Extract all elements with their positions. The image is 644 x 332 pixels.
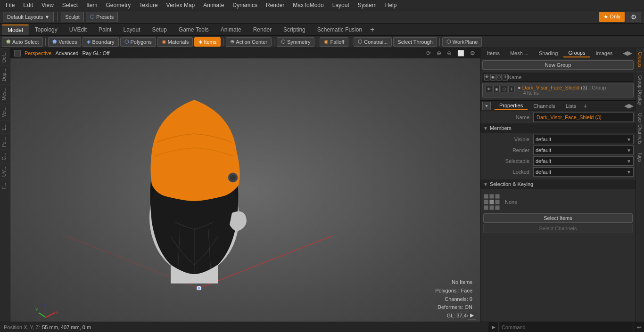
menu-texture[interactable]: Texture: [135, 1, 161, 9]
ray-gl-label[interactable]: Ray GL: Off: [82, 50, 109, 56]
group-item-row[interactable]: 👁 ◉ ⬡ ℹ ● Dark_Visor_Face_Shield (3) : G…: [482, 83, 634, 97]
menu-view[interactable]: View: [38, 1, 58, 9]
symmetry-btn[interactable]: ⬡ Symmetry: [277, 37, 315, 47]
menu-dynamics[interactable]: Dynamics: [229, 1, 261, 9]
menu-select[interactable]: Select: [58, 1, 82, 9]
viewport[interactable]: Perspective Advanced Ray GL: Off ⟳ ⊕ ⊖ ⬜…: [10, 48, 480, 332]
left-tool-uv[interactable]: UV...: [0, 163, 10, 179]
menu-geometry[interactable]: Geometry: [102, 1, 135, 9]
left-tool-create[interactable]: C...: [0, 150, 10, 163]
menu-help[interactable]: Help: [381, 1, 401, 9]
new-group-button[interactable]: New Group: [482, 60, 634, 70]
left-tool-deform[interactable]: Def...: [0, 48, 10, 65]
left-tool-falloff[interactable]: F...: [0, 179, 10, 192]
group-render-icon[interactable]: ◉: [493, 86, 500, 92]
sel-keying-section-header[interactable]: ▼ Selection & Keying: [480, 179, 636, 189]
left-tool-edge[interactable]: E...: [0, 120, 10, 133]
presets-btn[interactable]: ⬡ Presets: [86, 12, 118, 22]
items-btn[interactable]: ◈ Items: [194, 37, 221, 47]
menu-edit[interactable]: Edit: [19, 1, 37, 9]
vp-icon-zoom-in[interactable]: ⊕: [437, 50, 441, 57]
vis-lock-icon[interactable]: ⬡: [496, 74, 502, 81]
star-btn[interactable]: ★ Only: [599, 12, 625, 22]
workplane-btn[interactable]: ⬡ WorkPlane: [442, 37, 482, 47]
tab-model[interactable]: Model: [2, 24, 29, 35]
group-lock-icon[interactable]: ⬡: [501, 86, 507, 92]
prop-tab-add[interactable]: +: [582, 102, 588, 110]
members-section-header[interactable]: ▼ Members: [480, 123, 636, 133]
select-items-button[interactable]: Select Items: [483, 213, 633, 223]
tab-setup[interactable]: Setup: [146, 25, 172, 34]
expand-arrow-icon[interactable]: ▶: [468, 311, 476, 320]
vp-icon-rotate[interactable]: ⟳: [426, 50, 431, 57]
vis-render-icon[interactable]: ◉: [490, 74, 495, 81]
layout-dropdown-btn[interactable]: Default Layouts ▼: [3, 12, 54, 22]
select-channels-button[interactable]: Select Channels: [483, 224, 633, 233]
settings-btn[interactable]: ⚙: [627, 12, 641, 22]
falloff-btn[interactable]: ◉ Falloff: [320, 37, 348, 47]
viewport-toggle[interactable]: [14, 50, 21, 57]
right-tab-groups[interactable]: Groups: [563, 49, 590, 57]
vis-eye-icon[interactable]: 👁: [484, 74, 489, 81]
menu-layout[interactable]: Layout: [329, 1, 353, 9]
command-input[interactable]: [499, 324, 634, 330]
left-tool-polygon[interactable]: Pol...: [0, 133, 10, 150]
perspective-label[interactable]: Perspective: [25, 50, 51, 56]
tab-animate[interactable]: Animate: [215, 25, 247, 34]
right-tab-mesh[interactable]: Mesh ...: [505, 49, 533, 57]
menu-item[interactable]: Item: [83, 1, 101, 9]
select-through-btn[interactable]: Select Through: [393, 37, 437, 47]
prop-name-input[interactable]: Dark_Visor_Face_Shield (3): [533, 113, 634, 122]
prop-panel-expand-icon[interactable]: ◀▶: [624, 102, 634, 109]
menu-system[interactable]: System: [354, 1, 380, 9]
group-info-icon[interactable]: ℹ: [508, 86, 515, 92]
command-run-btn[interactable]: ↩: [634, 322, 644, 332]
strip-tab-tags[interactable]: Tags: [636, 148, 644, 166]
strip-tab-user-channels[interactable]: User Channels: [636, 109, 644, 148]
left-tool-mesh[interactable]: Mes...: [0, 84, 10, 103]
tab-schematic-fusion[interactable]: Schematic Fusion: [312, 25, 368, 34]
polygons-btn[interactable]: ⬡ Polygons: [120, 37, 156, 47]
vertices-btn[interactable]: ⬟ Vertices: [48, 37, 81, 47]
tab-topology[interactable]: Topology: [29, 25, 63, 34]
viewport-expand-btn[interactable]: ▶: [468, 311, 476, 320]
vp-icon-zoom-out[interactable]: ⊖: [447, 50, 452, 57]
prop-panel-toggle[interactable]: ▼: [482, 102, 491, 110]
auto-select-btn[interactable]: ⬟ Auto Select: [2, 37, 43, 47]
right-tab-images[interactable]: Images: [591, 49, 617, 57]
strip-tab-groups[interactable]: Groups: [636, 48, 644, 72]
menu-render[interactable]: Render: [262, 1, 288, 9]
prop-render-select[interactable]: default ▼: [533, 146, 634, 155]
tab-render[interactable]: Render: [248, 25, 277, 34]
tab-layout[interactable]: Layout: [117, 25, 146, 34]
mode-tab-add-btn[interactable]: +: [370, 26, 374, 33]
advanced-label[interactable]: Advanced: [55, 50, 78, 56]
vp-icon-settings[interactable]: ⚙: [470, 50, 475, 57]
menu-maxtomodo[interactable]: MaxToModo: [289, 1, 327, 9]
vp-icon-frame[interactable]: ⬜: [457, 50, 464, 57]
menu-vertex-map[interactable]: Vertex Map: [163, 1, 199, 9]
boundary-btn[interactable]: ◈ Boundary: [83, 37, 118, 47]
right-tab-shading[interactable]: Shading: [534, 49, 562, 57]
sculpt-btn[interactable]: Sculpt: [61, 12, 84, 22]
group-eye-icon[interactable]: 👁: [486, 86, 492, 92]
prop-visible-select[interactable]: default ▼: [533, 135, 634, 144]
right-panel-expand-icon[interactable]: ◀▶: [621, 49, 634, 57]
tab-paint[interactable]: Paint: [93, 25, 117, 34]
prop-tab-channels[interactable]: Channels: [528, 102, 560, 110]
strip-tab-group-display[interactable]: Group Display: [636, 72, 644, 109]
prop-selectable-select[interactable]: default ▼: [533, 156, 634, 166]
vis-info-icon[interactable]: ℹ: [503, 74, 508, 81]
tab-uvedit[interactable]: UVEdit: [64, 25, 92, 34]
command-toggle-btn[interactable]: ▶: [488, 322, 499, 332]
materials-btn[interactable]: ◉ Materials: [157, 37, 193, 47]
action-center-btn[interactable]: ⊕ Action Center: [226, 37, 272, 47]
prop-tab-lists[interactable]: Lists: [561, 102, 581, 110]
tab-scripting[interactable]: Scripting: [278, 25, 311, 34]
tab-game-tools[interactable]: Game Tools: [173, 25, 215, 34]
prop-locked-select[interactable]: default ▼: [533, 167, 634, 177]
menu-file[interactable]: File: [2, 1, 18, 9]
menu-animate[interactable]: Animate: [199, 1, 228, 9]
right-tab-items[interactable]: Items: [482, 49, 504, 57]
left-tool-vertex[interactable]: Ver...: [0, 103, 10, 120]
